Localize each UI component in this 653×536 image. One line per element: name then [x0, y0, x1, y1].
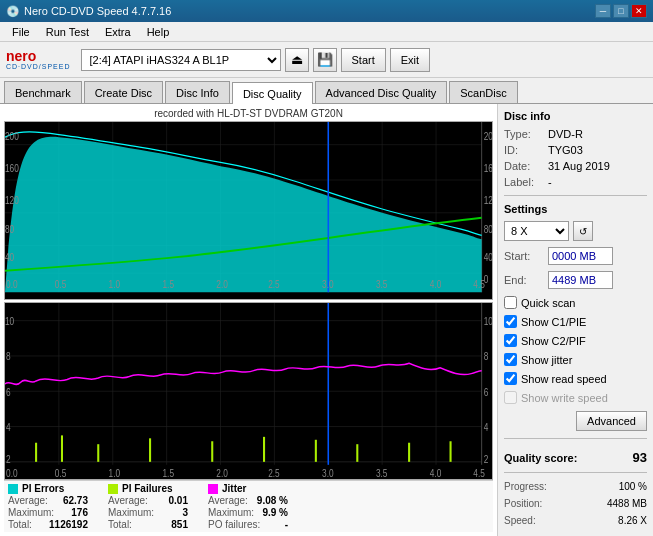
start-button[interactable]: Start: [341, 48, 386, 72]
disc-id-row: ID: TYG03: [504, 144, 647, 156]
pi-errors-stats: PI Errors Average: 62.73 Maximum: 176 To…: [8, 483, 88, 530]
exit-button[interactable]: Exit: [390, 48, 430, 72]
chart-area: recorded with HL-DT-ST DVDRAM GT20N: [0, 104, 498, 536]
pi-errors-chart: 200 160 120 80 40 0 200 160 120 80 40 0.…: [4, 121, 493, 300]
title-bar-text: Nero CD-DVD Speed 4.7.7.16: [24, 5, 171, 17]
quick-scan-checkbox[interactable]: [504, 296, 517, 309]
main-content: recorded with HL-DT-ST DVDRAM GT20N: [0, 104, 653, 536]
svg-text:4.5: 4.5: [473, 466, 485, 479]
svg-text:6: 6: [6, 385, 11, 398]
menu-file[interactable]: File: [4, 24, 38, 40]
speed-selector[interactable]: 8 X: [504, 221, 569, 241]
svg-text:160: 160: [484, 164, 492, 175]
svg-text:160: 160: [5, 164, 19, 175]
speed-row-info: Speed: 8.26 X: [504, 515, 647, 526]
show-jitter-label: Show jitter: [521, 354, 572, 366]
drive-selector[interactable]: [2:4] ATAPI iHAS324 A BL1P: [81, 49, 281, 71]
svg-text:2.0: 2.0: [216, 280, 228, 291]
position-row: Position: 4488 MB: [504, 498, 647, 509]
svg-text:3.5: 3.5: [376, 466, 388, 479]
pi-failures-chart: 10 8 6 4 2 10 8 6 4 2 0.5 1.0 1.5 2.0 2.…: [4, 302, 493, 481]
show-jitter-checkbox[interactable]: [504, 353, 517, 366]
pi-failures-label: PI Failures: [122, 483, 173, 494]
svg-text:0.0: 0.0: [6, 466, 18, 479]
start-input[interactable]: [548, 247, 613, 265]
pi-errors-color: [8, 484, 18, 494]
show-read-speed-label: Show read speed: [521, 373, 607, 385]
tab-advanced-disc-quality[interactable]: Advanced Disc Quality: [315, 81, 448, 103]
svg-text:2.5: 2.5: [268, 280, 280, 291]
show-c1pie-checkbox[interactable]: [504, 315, 517, 328]
svg-text:4.0: 4.0: [430, 466, 442, 479]
divider-3: [504, 472, 647, 473]
start-row: Start:: [504, 247, 647, 265]
show-c2pif-label: Show C2/PIF: [521, 335, 586, 347]
show-write-speed-label: Show write speed: [521, 392, 608, 404]
divider-1: [504, 195, 647, 196]
speed-row: 8 X ↺: [504, 221, 647, 241]
svg-text:3.0: 3.0: [322, 280, 334, 291]
svg-text:3.5: 3.5: [376, 280, 388, 291]
disc-info-title: Disc info: [504, 110, 647, 122]
show-c2pif-checkbox[interactable]: [504, 334, 517, 347]
tab-disc-info[interactable]: Disc Info: [165, 81, 230, 103]
right-panel: Disc info Type: DVD-R ID: TYG03 Date: 31…: [498, 104, 653, 536]
svg-text:120: 120: [484, 195, 492, 206]
show-jitter-row: Show jitter: [504, 353, 647, 366]
menu-run-test[interactable]: Run Test: [38, 24, 97, 40]
svg-text:1.0: 1.0: [109, 280, 121, 291]
show-c1pie-label: Show C1/PIE: [521, 316, 586, 328]
advanced-button[interactable]: Advanced: [576, 411, 647, 431]
svg-text:4.0: 4.0: [430, 280, 442, 291]
refresh-button[interactable]: ↺: [573, 221, 593, 241]
minimize-button[interactable]: ─: [595, 4, 611, 18]
show-read-speed-row: Show read speed: [504, 372, 647, 385]
jitter-label: Jitter: [222, 483, 246, 494]
svg-text:2: 2: [6, 452, 11, 465]
svg-text:8: 8: [484, 349, 489, 362]
menu-bar: File Run Test Extra Help: [0, 22, 653, 42]
progress-row: Progress: 100 %: [504, 481, 647, 492]
stats-row: PI Errors Average: 62.73 Maximum: 176 To…: [4, 480, 493, 532]
show-c2pif-row: Show C2/PIF: [504, 334, 647, 347]
svg-text:10: 10: [484, 314, 492, 327]
svg-text:2.5: 2.5: [268, 466, 280, 479]
maximize-button[interactable]: □: [613, 4, 629, 18]
eject-icon[interactable]: ⏏: [285, 48, 309, 72]
pi-errors-label: PI Errors: [22, 483, 64, 494]
svg-text:2: 2: [484, 452, 489, 465]
svg-text:80: 80: [484, 224, 492, 235]
chart-title: recorded with HL-DT-ST DVDRAM GT20N: [4, 108, 493, 119]
nero-brand: nero: [6, 49, 71, 63]
disc-label-row: Label: -: [504, 176, 647, 188]
settings-title: Settings: [504, 203, 647, 215]
svg-text:10: 10: [5, 314, 14, 327]
show-read-speed-checkbox[interactable]: [504, 372, 517, 385]
show-write-speed-checkbox[interactable]: [504, 391, 517, 404]
svg-text:1.0: 1.0: [109, 466, 121, 479]
svg-text:0.0: 0.0: [6, 280, 18, 291]
quick-scan-label: Quick scan: [521, 297, 575, 309]
nero-logo: nero CD·DVD/SPEED: [6, 49, 71, 70]
cd-dvd-text: CD·DVD/SPEED: [6, 63, 71, 70]
tab-benchmark[interactable]: Benchmark: [4, 81, 82, 103]
menu-help[interactable]: Help: [139, 24, 178, 40]
svg-text:4: 4: [484, 420, 489, 433]
tab-scandisc[interactable]: ScanDisc: [449, 81, 517, 103]
tab-create-disc[interactable]: Create Disc: [84, 81, 163, 103]
quality-row: Quality score: 93: [504, 450, 647, 465]
tab-disc-quality[interactable]: Disc Quality: [232, 82, 313, 104]
title-bar: 💿 Nero CD-DVD Speed 4.7.7.16 ─ □ ✕: [0, 0, 653, 22]
svg-text:0.5: 0.5: [55, 280, 67, 291]
app-icon: 💿: [6, 5, 20, 18]
svg-text:8: 8: [6, 349, 11, 362]
close-button[interactable]: ✕: [631, 4, 647, 18]
end-input[interactable]: [548, 271, 613, 289]
svg-text:80: 80: [5, 224, 14, 235]
disc-type-row: Type: DVD-R: [504, 128, 647, 140]
svg-text:6: 6: [484, 385, 489, 398]
save-icon[interactable]: 💾: [313, 48, 337, 72]
pi-failures-color: [108, 484, 118, 494]
menu-extra[interactable]: Extra: [97, 24, 139, 40]
svg-text:4: 4: [6, 420, 11, 433]
